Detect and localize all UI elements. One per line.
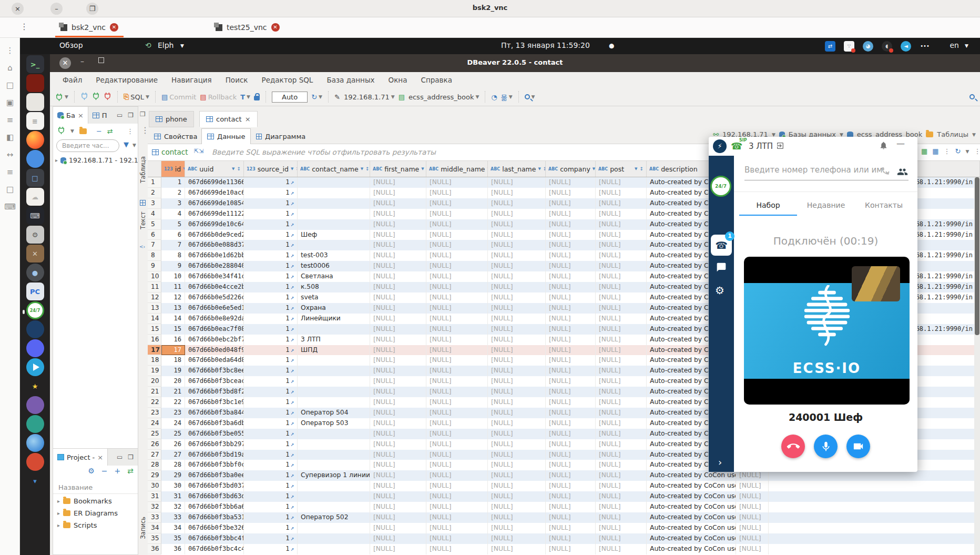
cell-first-name[interactable]: [NULL]	[370, 387, 426, 397]
column-header-id[interactable]: 123id▼↕	[161, 161, 185, 177]
cell-contact-name[interactable]: sveta	[298, 292, 370, 303]
cell-url[interactable]	[769, 470, 980, 481]
menu-sql-editor[interactable]: Редактор SQL	[261, 76, 313, 84]
cell-uuid[interactable]: 067d66b0f3bd19ad	[185, 450, 244, 460]
more-icon[interactable]: •••	[920, 41, 930, 52]
cell-uuid[interactable]: 067d6699de10ac66	[185, 188, 244, 198]
side-tab-record[interactable]: Запись	[139, 517, 147, 539]
cell-photo[interactable]: [NULL]	[736, 533, 769, 544]
display-icon[interactable]: □	[0, 181, 20, 198]
cell-uuid[interactable]: 067d66b0f3bd8f2a	[185, 387, 244, 397]
cell-last-name[interactable]: [NULL]	[488, 544, 546, 554]
cell-uuid[interactable]: 067d66b0f3bbf0cf	[185, 460, 244, 470]
cell-middle-name[interactable]: [NULL]	[426, 502, 488, 512]
cell-source-id[interactable]: 1↗	[244, 408, 298, 418]
cell-first-name[interactable]: [NULL]	[370, 240, 426, 250]
cell-last-name[interactable]: [NULL]	[488, 366, 546, 376]
dock-item-cloud[interactable]: ☁	[26, 188, 44, 206]
home-icon[interactable]: ⌂	[0, 59, 20, 77]
close-tab-icon[interactable]: ✕	[110, 23, 118, 32]
cell-uuid[interactable]: 067d66b0e088d37f	[185, 240, 244, 250]
row-number[interactable]: 21	[148, 387, 161, 397]
cell-contact-name[interactable]: Супервизор 1 линии	[298, 470, 370, 481]
cell-middle-name[interactable]: [NULL]	[426, 282, 488, 292]
cell-last-name[interactable]: [NULL]	[488, 533, 546, 544]
cell-middle-name[interactable]: [NULL]	[426, 376, 488, 387]
cell-first-name[interactable]: [NULL]	[370, 408, 426, 418]
gauge-icon[interactable]: ◔	[491, 93, 497, 101]
cell-uuid[interactable]: 067d66b0f3ba0ee8	[185, 470, 244, 481]
corner-cell[interactable]	[148, 161, 161, 177]
cell-contact-name[interactable]	[298, 481, 370, 491]
cell-post[interactable]: [NULL]	[596, 460, 647, 470]
restore-panel-icon[interactable]: ❒	[140, 110, 146, 118]
cell-contact-name[interactable]: test-003	[298, 250, 370, 261]
cell-id[interactable]: 26	[161, 439, 185, 450]
column-header-last_name[interactable]: ABClast_name▼↕	[488, 161, 546, 177]
dock-item-app-teal[interactable]	[26, 415, 44, 433]
row-number[interactable]: 29	[148, 470, 161, 481]
cell-company[interactable]: [NULL]	[546, 366, 596, 376]
cell-source-id[interactable]: 1↗	[244, 314, 298, 324]
cell-middle-name[interactable]: [NULL]	[426, 314, 488, 324]
cell-last-name[interactable]: [NULL]	[488, 429, 546, 439]
cell-middle-name[interactable]: [NULL]	[426, 491, 488, 502]
cell-post[interactable]: [NULL]	[596, 533, 647, 544]
cell-middle-name[interactable]: [NULL]	[426, 177, 488, 188]
more-icon[interactable]: ⋮	[944, 147, 951, 155]
cell-uuid[interactable]: 067d66b0f3ba6dbe	[185, 418, 244, 429]
bell-icon[interactable]	[879, 141, 888, 152]
cell-first-name[interactable]: [NULL]	[370, 250, 426, 261]
chevron-down-icon[interactable]: ▼	[70, 128, 74, 134]
cell-post[interactable]: [NULL]	[596, 177, 647, 188]
cell-contact-name[interactable]	[298, 376, 370, 387]
close-icon[interactable]: ×	[78, 112, 84, 119]
cell-company[interactable]: [NULL]	[546, 533, 596, 544]
cell-id[interactable]: 23	[161, 408, 185, 418]
cell-last-name[interactable]: [NULL]	[488, 314, 546, 324]
contacts-icon[interactable]	[897, 166, 908, 179]
dock-item-camera[interactable]: ●	[26, 264, 44, 281]
cell-photo[interactable]: [NULL]	[736, 491, 769, 502]
cell-uuid[interactable]: 067d66b0eda64d8d	[185, 355, 244, 366]
cell-company[interactable]: [NULL]	[546, 324, 596, 335]
cell-post[interactable]: [NULL]	[596, 314, 647, 324]
cell-middle-name[interactable]: [NULL]	[426, 481, 488, 491]
menu-search[interactable]: Поиск	[226, 76, 248, 84]
cell-uuid[interactable]: 067d66b0f3ba531f	[185, 512, 244, 523]
cell-last-name[interactable]: [NULL]	[488, 355, 546, 366]
cell-id[interactable]: 29	[161, 470, 185, 481]
cell-middle-name[interactable]: [NULL]	[426, 470, 488, 481]
row-number[interactable]: 25	[148, 429, 161, 439]
cell-uuid[interactable]: 067d66b0eac7f080	[185, 324, 244, 335]
cell-uuid[interactable]: 067d66b0f3bc4c45	[185, 544, 244, 554]
cell-first-name[interactable]: [NULL]	[370, 282, 426, 292]
table-row[interactable]: 3333067d66b0f3ba531f1↗Оператор 502[NULL]…	[148, 512, 980, 523]
cell-contact-name[interactable]	[298, 219, 370, 230]
cell-post[interactable]: [NULL]	[596, 366, 647, 376]
dock-item-app-purple[interactable]	[26, 396, 44, 414]
menu-window[interactable]: Окна	[389, 76, 407, 84]
column-header-name[interactable]: Название	[53, 481, 138, 494]
cell-id[interactable]: 16	[161, 335, 185, 345]
cell-uuid[interactable]: 067d66b0e8e92da1	[185, 314, 244, 324]
cell-url[interactable]	[769, 512, 980, 523]
more-icon[interactable]: ⋮	[974, 147, 980, 155]
cell-last-name[interactable]: [NULL]	[488, 460, 546, 470]
row-number[interactable]: 3	[148, 198, 161, 209]
menu-help[interactable]: Справка	[421, 76, 452, 84]
cell-middle-name[interactable]: [NULL]	[426, 355, 488, 366]
cell-middle-name[interactable]: [NULL]	[426, 345, 488, 356]
cell-last-name[interactable]: [NULL]	[488, 177, 546, 188]
cell-id[interactable]: 15	[161, 324, 185, 335]
split-view-icon[interactable]: ◧	[0, 129, 20, 146]
cell-uuid[interactable]: 067d6699de108540	[185, 198, 244, 209]
cell-id[interactable]: 33	[161, 512, 185, 523]
commit-mode-select[interactable]: Auto	[272, 92, 308, 103]
minimize-panel-icon[interactable]: ▭	[117, 453, 122, 461]
cell-uuid[interactable]: 067d6699de10c646	[185, 219, 244, 230]
view-menu-icon[interactable]: ⋮	[127, 127, 134, 135]
kebab-menu-icon[interactable]: ⋮	[0, 42, 20, 59]
cell-uuid[interactable]: 067d6699de113667	[185, 177, 244, 188]
cell-uuid[interactable]: 067d66b0ebc2bf71	[185, 335, 244, 345]
